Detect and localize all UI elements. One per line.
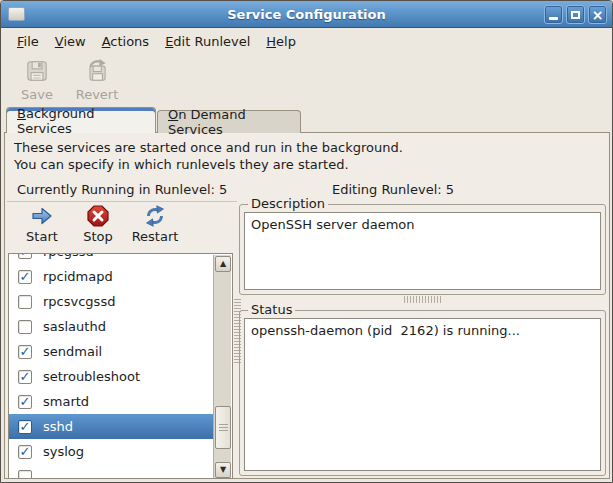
scroll-down-button[interactable]: ▼ xyxy=(215,462,231,478)
service-rows: rpcgssd rpcidmapd rpcsvcgssd saslauthd s… xyxy=(9,254,214,478)
scrollbar-thumb[interactable] xyxy=(215,406,231,449)
service-name: sshd xyxy=(43,419,73,434)
restart-button[interactable]: Restart xyxy=(124,204,186,244)
service-row-rpcidmapd[interactable]: rpcidmapd xyxy=(9,264,214,289)
scroll-up-button[interactable]: ▲ xyxy=(215,256,231,272)
service-row-clipped[interactable] xyxy=(9,464,214,478)
service-checkbox[interactable] xyxy=(18,254,32,259)
service-row-smartd[interactable]: smartd xyxy=(9,389,214,414)
service-name: rpcsvcgssd xyxy=(43,294,115,309)
arrow-up-icon: ▲ xyxy=(220,260,226,268)
stop-label: Stop xyxy=(83,229,113,244)
service-row-sendmail[interactable]: sendmail xyxy=(9,339,214,364)
tab-background-services[interactable]: Background Services xyxy=(6,107,156,133)
menu-edit-runlevel[interactable]: Edit Runlevel xyxy=(157,31,258,52)
service-row-sshd[interactable]: sshd xyxy=(9,414,214,439)
stop-button[interactable]: Stop xyxy=(74,204,122,244)
revert-icon xyxy=(84,58,110,84)
service-row-rpcsvcgssd[interactable]: rpcsvcgssd xyxy=(9,289,214,314)
service-list: rpcgssd rpcidmapd rpcsvcgssd saslauthd s… xyxy=(8,253,233,479)
tabstrip: On Demand Services Background Services xyxy=(1,107,612,133)
description-frame: Description OpenSSH server daemon xyxy=(239,204,606,295)
pane-splitter-horizontal[interactable] xyxy=(404,296,442,303)
intro-line-2: You can specify in which runlevels they … xyxy=(14,157,349,172)
list-scrollbar[interactable]: ▲ ▼ xyxy=(213,255,231,479)
status-legend: Status xyxy=(248,302,295,317)
menu-view[interactable]: View xyxy=(47,31,94,52)
status-text: openssh-daemon (pid 2162) is running... xyxy=(244,318,601,471)
service-checkbox[interactable] xyxy=(18,420,32,434)
service-name: setroubleshoot xyxy=(43,369,140,384)
background-services-panel: These services are started once and run … xyxy=(4,132,610,479)
service-checkbox[interactable] xyxy=(18,370,32,384)
restart-icon xyxy=(143,204,167,228)
toolbar: Save Revert xyxy=(1,54,612,106)
start-button[interactable]: Start xyxy=(18,204,66,244)
minimize-icon xyxy=(549,17,558,20)
service-configuration-window: Service Configuration × File View Action… xyxy=(0,0,613,483)
service-name: rpcgssd xyxy=(43,254,94,259)
revert-button[interactable]: Revert xyxy=(71,54,123,106)
service-checkbox[interactable] xyxy=(18,445,32,459)
minimize-button[interactable] xyxy=(544,5,563,24)
menu-help[interactable]: Help xyxy=(258,31,304,52)
current-runlevel-label: Currently Running in Runlevel: 5 xyxy=(17,182,227,197)
window-menu-icon[interactable] xyxy=(8,7,25,21)
service-name: sendmail xyxy=(43,344,102,359)
arrow-down-icon: ▼ xyxy=(220,466,226,474)
left-pane-separator xyxy=(7,201,237,202)
start-arrow-icon xyxy=(30,204,54,228)
intro-line-1: These services are started once and run … xyxy=(14,140,403,155)
service-name: syslog xyxy=(43,444,84,459)
service-checkbox[interactable] xyxy=(18,470,32,479)
service-row-rpcgssd[interactable]: rpcgssd xyxy=(9,254,214,264)
close-button[interactable]: × xyxy=(588,5,607,24)
description-text: OpenSSH server daemon xyxy=(244,212,601,290)
tab-on-demand-services[interactable]: On Demand Services xyxy=(157,110,301,133)
service-name: saslauthd xyxy=(43,319,106,334)
service-checkbox[interactable] xyxy=(18,345,32,359)
thumb-grip-icon xyxy=(219,424,228,432)
maximize-icon xyxy=(571,11,580,19)
titlebar[interactable]: Service Configuration × xyxy=(1,1,612,28)
service-name: rpcidmapd xyxy=(43,269,113,284)
save-label: Save xyxy=(21,87,53,102)
start-label: Start xyxy=(26,229,58,244)
editing-runlevel-label: Editing Runlevel: 5 xyxy=(332,182,454,197)
service-name: smartd xyxy=(43,394,89,409)
description-legend: Description xyxy=(248,196,328,211)
service-checkbox[interactable] xyxy=(18,320,32,334)
service-row-syslog[interactable]: syslog xyxy=(9,439,214,464)
close-icon: × xyxy=(592,8,604,22)
service-row-saslauthd[interactable]: saslauthd xyxy=(9,314,214,339)
menubar: File View Actions Edit Runlevel Help xyxy=(1,29,612,54)
window-controls: × xyxy=(544,5,607,24)
service-checkbox[interactable] xyxy=(18,295,32,309)
status-frame: Status openssh-daemon (pid 2162) is runn… xyxy=(239,310,606,476)
revert-label: Revert xyxy=(76,87,119,102)
window-title: Service Configuration xyxy=(1,7,612,22)
save-floppy-icon xyxy=(24,58,50,84)
menu-file[interactable]: File xyxy=(9,31,47,52)
save-button[interactable]: Save xyxy=(11,54,63,106)
restart-label: Restart xyxy=(132,229,179,244)
maximize-button[interactable] xyxy=(566,5,585,24)
menu-actions[interactable]: Actions xyxy=(94,31,158,52)
stop-icon xyxy=(86,204,110,228)
service-checkbox[interactable] xyxy=(18,395,32,409)
service-checkbox[interactable] xyxy=(18,270,32,284)
service-row-setroubleshoot[interactable]: setroubleshoot xyxy=(9,364,214,389)
